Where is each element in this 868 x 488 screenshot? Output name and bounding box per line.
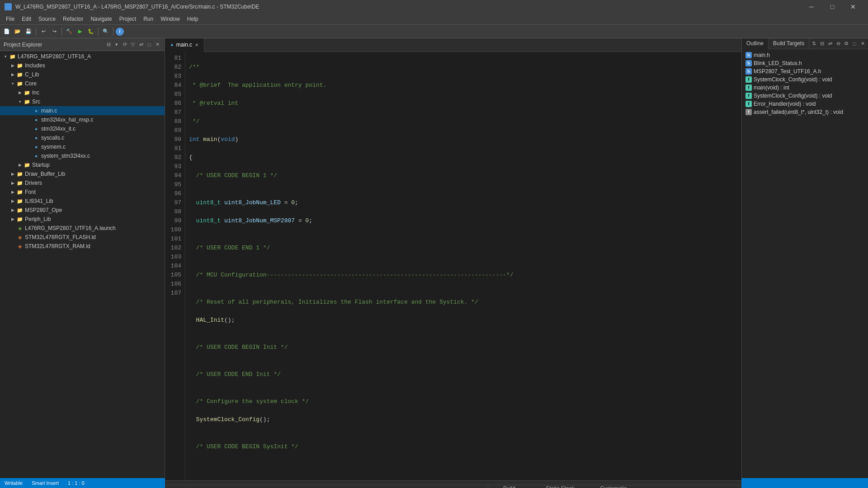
outline-hide[interactable]: ⊟ <box>818 40 826 47</box>
status-writable[interactable]: Writable <box>5 480 23 486</box>
outline-sort[interactable]: ⇅ <box>810 40 817 47</box>
outline-maximize[interactable]: □ <box>851 40 858 47</box>
outline-item-sysclock2[interactable]: f SystemClock_Config(void) : void <box>742 92 868 100</box>
clib-icon: 📁 <box>16 71 24 78</box>
periph-label: Periph_Lib <box>25 216 51 222</box>
editor-scrollbar[interactable] <box>165 480 741 485</box>
tree-includes[interactable]: ▶ 📁 Includes <box>0 61 165 70</box>
font-label: Font <box>25 189 36 195</box>
code-content[interactable]: /** * @brief The application entry point… <box>185 52 741 480</box>
outline-item-sysclock[interactable]: f SystemClock_Config(void) : void <box>742 75 868 84</box>
tree-startup[interactable]: ▶ 📁 Startup <box>0 160 165 169</box>
outline-item-main-h-label: main.h <box>754 52 770 58</box>
toolbar-run[interactable]: ▶ <box>75 27 85 37</box>
tree-sysmem[interactable]: ● sysmem.c <box>0 142 165 151</box>
toolbar-build[interactable]: 🔨 <box>64 27 74 37</box>
tab-main-c[interactable]: ● main.c ✕ <box>165 38 204 52</box>
clib-label: C_Lib <box>25 71 39 78</box>
tree-flash-ld[interactable]: ◈ STM32L476RGTX_FLASH.ld <box>0 233 165 242</box>
outline-item-msp-h[interactable]: h MSP2807_Test_UTF16_A.h <box>742 67 868 75</box>
outline-item-main[interactable]: f main(void) : int <box>742 84 868 92</box>
tree-font[interactable]: ▶ 📁 Font <box>0 188 165 197</box>
menu-file[interactable]: File <box>2 14 18 24</box>
menu-source[interactable]: Source <box>35 14 59 24</box>
tree-ili[interactable]: ▶ 📁 ILI9341_Lib <box>0 197 165 206</box>
tab-static-stack[interactable]: 📈 Static Stack Analyzer <box>533 484 588 488</box>
tree-draw-buf[interactable]: ▶ 📁 Draw_Buffer_Lib <box>0 169 165 178</box>
tree-view: ▾ 📁 L476RG_MSP2807_UTF16_A ▶ 📁 Includes … <box>0 51 165 478</box>
outline-item-sysclock2-label: SystemClock_Config(void) : void <box>754 93 832 99</box>
outline-item-assert[interactable]: f assert_failed(uint8_t*, uint32_t) : vo… <box>742 108 868 116</box>
project-explorer-link[interactable]: ⇌ <box>137 41 145 48</box>
toolbar-save[interactable]: 💾 <box>24 27 33 37</box>
tree-drivers[interactable]: ▶ 📁 Drivers <box>0 178 165 188</box>
tree-core[interactable]: ▾ 📁 Core <box>0 79 165 88</box>
project-explorer-close[interactable]: ✕ <box>154 41 161 48</box>
close-button[interactable]: ✕ <box>843 0 863 14</box>
tree-msp[interactable]: ▶ 📁 MSP2807_Ope <box>0 206 165 215</box>
outline-item-main-label: main(void) : int <box>754 84 789 91</box>
tree-main-c[interactable]: ● main.c <box>0 106 165 115</box>
outline-settings[interactable]: ⚙ <box>843 40 850 47</box>
syscalls-expand <box>25 134 33 141</box>
main-c-label: main.c <box>41 108 57 114</box>
toolbar-search[interactable]: 🔍 <box>101 27 111 37</box>
menu-refactor[interactable]: Refactor <box>59 14 87 24</box>
msp-label: MSP2807_Ope <box>25 207 62 213</box>
src-icon: 📁 <box>24 98 31 105</box>
tree-clib[interactable]: ▶ 📁 C_Lib <box>0 70 165 79</box>
tree-it-c[interactable]: ● stm32l4xx_it.c <box>0 124 165 133</box>
toolbar-new[interactable]: 📄 <box>2 27 12 37</box>
tree-hal-msp[interactable]: ● stm32l4xx_hal_msp.c <box>0 115 165 124</box>
tree-syscalls[interactable]: ● syscalls.c <box>0 133 165 142</box>
outline-item-blink-h[interactable]: h Blink_LED_Status.h <box>742 59 868 67</box>
font-expand: ▶ <box>9 188 16 196</box>
outline-tab-build[interactable]: Build Targets <box>769 38 809 49</box>
menu-run[interactable]: Run <box>140 14 157 24</box>
sysmem-icon: ● <box>33 143 40 150</box>
project-explorer-sync[interactable]: ⟳ <box>121 41 128 48</box>
title-bar-icon <box>5 3 12 10</box>
toolbar-info[interactable]: i <box>116 28 124 36</box>
restore-button[interactable]: □ <box>822 0 843 14</box>
tree-src[interactable]: ▾ 📁 Src <box>0 97 165 106</box>
outline-close[interactable]: ✕ <box>859 40 866 47</box>
tab-main-c-close[interactable]: ✕ <box>195 42 198 47</box>
status-insert[interactable]: Smart Insert <box>32 480 59 486</box>
minimize-button[interactable]: ─ <box>801 0 822 14</box>
tree-launch[interactable]: ◈ L476RG_MSP2807_UTF16_A.launch <box>0 224 165 233</box>
toolbar-debug[interactable]: 🐛 <box>86 27 96 37</box>
toolbar-undo[interactable]: ↩ <box>38 27 48 37</box>
outline-item-blink-h-icon: h <box>745 60 752 66</box>
outline-link[interactable]: ⇌ <box>826 40 834 47</box>
tab-build-analyzer[interactable]: 📊 Build Analyzer <box>490 484 533 488</box>
tree-root[interactable]: ▾ 📁 L476RG_MSP2807_UTF16_A <box>0 52 165 61</box>
project-explorer-menu[interactable]: ▾ <box>113 41 120 48</box>
menu-help[interactable]: Help <box>184 14 202 24</box>
tab-cyclomatic[interactable]: 〰 Cyclomatic Complexity <box>588 484 646 488</box>
tree-ram-ld[interactable]: ◈ STM32L476RGTX_RAM.ld <box>0 242 165 251</box>
it-c-icon: ● <box>33 125 40 132</box>
toolbar-redo[interactable]: ↪ <box>49 27 59 37</box>
ili-icon: 📁 <box>16 197 24 205</box>
toolbar-open[interactable]: 📂 <box>13 27 23 37</box>
tree-inc[interactable]: ▶ 📁 Inc <box>0 88 165 97</box>
menu-project[interactable]: Project <box>116 14 140 24</box>
tree-periph[interactable]: ▶ 📁 Periph_Lib <box>0 215 165 224</box>
outline-item-main-h[interactable]: h main.h <box>742 51 868 59</box>
menu-window[interactable]: Window <box>157 14 184 24</box>
project-explorer-filter[interactable]: ▽ <box>129 41 137 48</box>
msp-expand: ▶ <box>9 206 16 214</box>
clib-expand-icon: ▶ <box>9 71 16 78</box>
menu-navigate[interactable]: Navigate <box>87 14 115 24</box>
ili-label: ILI9341_Lib <box>25 198 53 204</box>
outline-item-error[interactable]: f Error_Handler(void) : void <box>742 100 868 108</box>
project-explorer-maximize[interactable]: □ <box>146 41 153 48</box>
editor-tabs: ● main.c ✕ <box>165 38 741 52</box>
outline-collapse[interactable]: ⊖ <box>835 40 842 47</box>
outline-tab-outline[interactable]: Outline <box>742 38 769 49</box>
project-explorer-collapse[interactable]: ⊟ <box>105 41 112 48</box>
tree-system-c[interactable]: ● system_stm32l4xx.c <box>0 151 165 160</box>
menu-edit[interactable]: Edit <box>18 14 35 24</box>
outline-item-sysclock-label: SystemClock_Config(void) : void <box>754 76 832 83</box>
